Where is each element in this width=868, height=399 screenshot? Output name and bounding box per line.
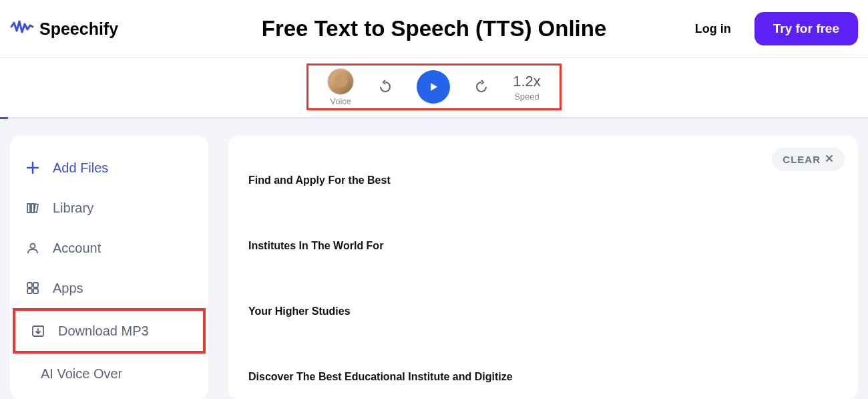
download-icon (30, 323, 46, 339)
speechify-wave-icon (10, 19, 34, 39)
sidebar-item-add-files[interactable]: Add Files (10, 148, 208, 188)
svg-rect-4 (33, 283, 38, 287)
clear-label: CLEAR (783, 154, 821, 165)
account-icon (25, 240, 41, 256)
brand-name: Speechify (39, 19, 118, 39)
speed-control[interactable]: 1.2x Speed (513, 73, 541, 102)
sidebar-item-label: Account (53, 241, 101, 256)
speed-label: Speed (514, 92, 539, 102)
login-link[interactable]: Log in (695, 22, 731, 36)
player-controls: Voice 1.2x Speed (306, 63, 562, 110)
clear-button[interactable]: CLEAR (772, 148, 845, 171)
apps-icon (25, 280, 41, 296)
progress-bar[interactable] (0, 117, 868, 119)
content-area: Add Files Library Account Apps Download … (0, 119, 868, 399)
svg-rect-0 (27, 204, 30, 213)
play-button[interactable] (417, 70, 450, 104)
speed-value: 1.2x (513, 73, 541, 90)
voice-selector[interactable]: Voice (327, 68, 354, 106)
plus-icon (25, 160, 41, 176)
logo[interactable]: Speechify (10, 19, 118, 39)
player-bar: Voice 1.2x Speed (0, 58, 868, 117)
try-free-button[interactable]: Try for free (754, 12, 858, 45)
blank-icon (25, 366, 41, 382)
svg-point-2 (31, 244, 35, 249)
svg-rect-5 (27, 289, 32, 293)
text-line: Discover The Best Educational Institute … (248, 371, 838, 383)
sidebar-item-label: AI Voice Over (41, 366, 122, 382)
voice-label: Voice (330, 96, 351, 106)
text-line: Find and Apply For the Best (248, 174, 838, 186)
sidebar-item-label: Add Files (53, 160, 108, 176)
rewind-button[interactable] (375, 77, 395, 97)
sidebar-item-label: Library (53, 201, 93, 216)
library-icon (25, 200, 41, 216)
svg-rect-3 (27, 283, 32, 287)
text-line: Institutes In The World For (248, 240, 838, 252)
header-actions: Log in Try for free (695, 12, 858, 45)
forward-button[interactable] (471, 77, 491, 97)
header: Speechify Free Text to Speech (TTS) Onli… (0, 0, 868, 58)
main-panel: CLEAR Find and Apply For the Best Instit… (228, 136, 858, 399)
sidebar-item-ai-voice-over[interactable]: AI Voice Over (10, 354, 208, 394)
sidebar-item-download-mp3[interactable]: Download MP3 (13, 308, 206, 354)
sidebar-item-label: Apps (53, 281, 83, 296)
voice-avatar-icon (327, 68, 354, 95)
progress-fill (0, 117, 8, 119)
close-icon (825, 154, 834, 165)
page-title: Free Text to Speech (TTS) Online (262, 16, 606, 41)
svg-rect-6 (33, 289, 38, 293)
text-line: Your Higher Studies (248, 305, 838, 317)
sidebar-item-library[interactable]: Library (10, 188, 208, 228)
sidebar-item-account[interactable]: Account (10, 228, 208, 268)
sidebar-item-label: Download MP3 (58, 323, 149, 339)
sidebar: Add Files Library Account Apps Download … (10, 136, 208, 399)
sidebar-item-apps[interactable]: Apps (10, 268, 208, 308)
text-content[interactable]: Find and Apply For the Best Institutes I… (248, 148, 838, 383)
